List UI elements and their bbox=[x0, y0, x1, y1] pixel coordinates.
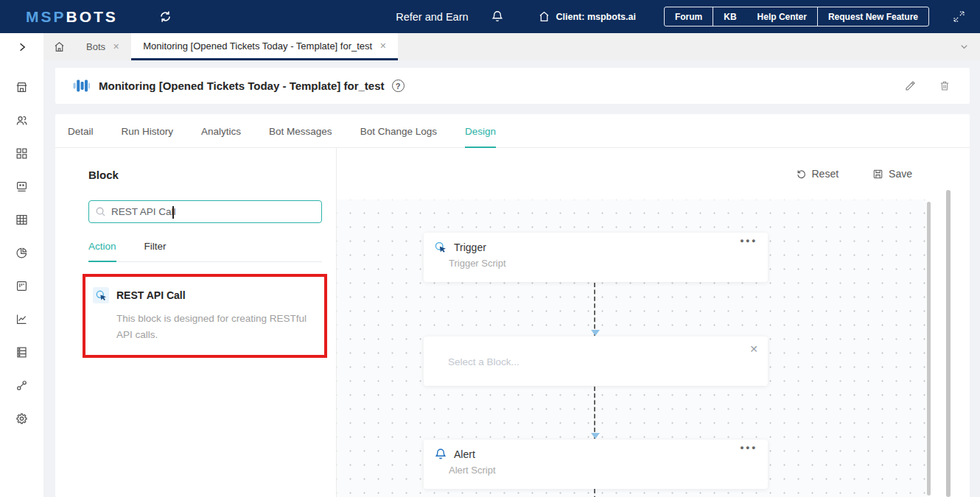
bot-title-bar: Monitoring [Opened Tickets Today - Templ… bbox=[55, 68, 970, 104]
reset-button[interactable]: Reset bbox=[796, 168, 839, 180]
help-icon[interactable]: ? bbox=[392, 80, 405, 92]
more-icon[interactable]: ●●● bbox=[740, 444, 757, 451]
close-icon[interactable]: ✕ bbox=[379, 41, 386, 51]
result-head: REST API Call bbox=[93, 287, 315, 303]
client-selector[interactable]: Client: mspbots.ai bbox=[538, 10, 636, 23]
tab-bots[interactable]: Bots ✕ bbox=[74, 33, 131, 60]
node-subtitle: Alert Script bbox=[449, 465, 768, 476]
sidebar-item-analytics[interactable] bbox=[0, 303, 43, 336]
node-head: Trigger bbox=[424, 233, 768, 254]
sidebar-item-reports[interactable] bbox=[0, 236, 43, 269]
sidebar bbox=[0, 33, 43, 497]
sidebar-item-datasets[interactable] bbox=[0, 203, 43, 236]
trash-icon bbox=[939, 80, 951, 92]
sidebar-item-apps[interactable] bbox=[0, 137, 43, 170]
block-search-input[interactable] bbox=[111, 206, 314, 217]
tab-label: Monitoring [Opened Tickets Today - Templ… bbox=[143, 40, 372, 52]
block-result-title: REST API Call bbox=[116, 289, 186, 301]
sidebar-item-settings[interactable] bbox=[0, 402, 43, 435]
tab-analytics[interactable]: Analytics bbox=[201, 126, 241, 147]
mspbots-logo[interactable]: MSPBOTS bbox=[26, 8, 118, 26]
cursor-click-icon bbox=[93, 287, 109, 303]
refer-and-earn-link[interactable]: Refer and Earn bbox=[396, 11, 468, 23]
node-subtitle: Trigger Script bbox=[449, 258, 768, 269]
pencil-icon bbox=[904, 80, 917, 92]
more-icon[interactable]: ●●● bbox=[740, 237, 757, 244]
close-icon[interactable]: ✕ bbox=[749, 343, 758, 355]
design-canvas[interactable]: Reset Save bbox=[337, 148, 970, 497]
link-nodes-icon bbox=[15, 378, 29, 392]
chevron-down-icon[interactable] bbox=[959, 41, 970, 52]
bell-icon bbox=[434, 448, 447, 461]
reset-icon bbox=[796, 169, 807, 180]
flow-connector bbox=[594, 387, 595, 439]
block-result-rest-api-call[interactable]: REST API Call This block is designed for… bbox=[83, 274, 327, 358]
node-title: Alert bbox=[454, 448, 475, 460]
help-center-button[interactable]: Help Center bbox=[747, 7, 817, 26]
bot-nav-tabs: Detail Run History Analytics Bot Message… bbox=[55, 114, 970, 148]
sidebar-icon-list bbox=[0, 71, 43, 435]
tab-monitoring-bot[interactable]: Monitoring [Opened Tickets Today - Templ… bbox=[131, 33, 398, 60]
tab-strip: Bots ✕ Monitoring [Opened Tickets Today … bbox=[43, 33, 980, 60]
cursor-click-icon bbox=[434, 241, 447, 254]
sidebar-item-integrations[interactable] bbox=[0, 369, 43, 402]
line-chart-icon bbox=[15, 312, 29, 326]
tab-run-history[interactable]: Run History bbox=[122, 126, 174, 147]
save-label: Save bbox=[889, 168, 912, 180]
close-icon[interactable]: ✕ bbox=[113, 42, 119, 52]
node-title: Trigger bbox=[454, 242, 486, 253]
save-button[interactable]: Save bbox=[872, 168, 912, 180]
fullscreen-icon[interactable] bbox=[953, 10, 965, 23]
reset-label: Reset bbox=[812, 168, 839, 180]
tab-action[interactable]: Action bbox=[88, 241, 116, 262]
select-block-placeholder: Select a Block... bbox=[448, 356, 519, 367]
page-title: Monitoring [Opened Tickets Today - Templ… bbox=[99, 80, 385, 92]
edit-bot-button[interactable] bbox=[904, 80, 917, 92]
home-tab[interactable] bbox=[43, 33, 74, 60]
node-select-block[interactable]: Select a Block... ✕ bbox=[424, 336, 768, 386]
text-caret bbox=[172, 206, 174, 219]
node-alert[interactable]: Alert Alert Script ●●● bbox=[424, 440, 768, 489]
save-icon bbox=[872, 169, 883, 180]
panel-scrollbar[interactable] bbox=[946, 190, 951, 497]
logo-bots-text: BOTS bbox=[66, 8, 118, 26]
flow-connector bbox=[594, 283, 595, 336]
kb-button[interactable]: KB bbox=[713, 7, 746, 26]
canvas-grid[interactable]: Trigger Trigger Script ●●● Select a Bloc… bbox=[337, 200, 927, 497]
tab-label: Bots bbox=[86, 41, 105, 52]
sidebar-expand-toggle[interactable] bbox=[16, 33, 28, 60]
refresh-icon[interactable] bbox=[158, 10, 172, 24]
flow-connector bbox=[594, 489, 595, 497]
pie-chart-icon bbox=[15, 246, 29, 260]
tab-design[interactable]: Design bbox=[465, 126, 496, 148]
bot-detail-card: Detail Run History Analytics Bot Message… bbox=[55, 114, 970, 497]
tab-bot-change-logs[interactable]: Bot Change Logs bbox=[360, 126, 437, 147]
node-head: Alert bbox=[424, 440, 768, 461]
forum-button[interactable]: Forum bbox=[665, 7, 713, 26]
team-icon bbox=[15, 113, 29, 127]
block-search-box bbox=[88, 200, 322, 223]
request-new-feature-button[interactable]: Request New Feature bbox=[818, 7, 928, 26]
canvas-toolbar: Reset Save bbox=[337, 148, 970, 200]
storefront-icon bbox=[15, 80, 29, 94]
tab-detail[interactable]: Detail bbox=[68, 126, 94, 147]
search-icon bbox=[95, 206, 106, 217]
bot-icon bbox=[73, 80, 90, 92]
node-trigger[interactable]: Trigger Trigger Script ●●● bbox=[424, 233, 768, 282]
apps-grid-icon bbox=[15, 147, 29, 161]
notification-bell-icon[interactable] bbox=[491, 10, 504, 24]
sidebar-item-data-sources[interactable] bbox=[0, 336, 43, 369]
home-icon bbox=[53, 40, 66, 53]
sidebar-item-teams[interactable] bbox=[0, 104, 43, 137]
logo-msp-text: MSP bbox=[26, 8, 66, 26]
canvas-scrollbar[interactable] bbox=[927, 202, 931, 496]
tab-filter[interactable]: Filter bbox=[144, 241, 167, 261]
delete-bot-button[interactable] bbox=[939, 80, 951, 92]
tab-bot-messages[interactable]: Bot Messages bbox=[269, 126, 332, 147]
sidebar-item-marketplace[interactable] bbox=[0, 71, 43, 104]
sidebar-item-bots[interactable] bbox=[0, 170, 43, 203]
sidebar-item-board[interactable] bbox=[0, 269, 43, 303]
block-result-description: This block is designed for creating REST… bbox=[116, 311, 315, 343]
server-icon bbox=[15, 345, 29, 359]
bot-face-icon bbox=[15, 180, 29, 194]
